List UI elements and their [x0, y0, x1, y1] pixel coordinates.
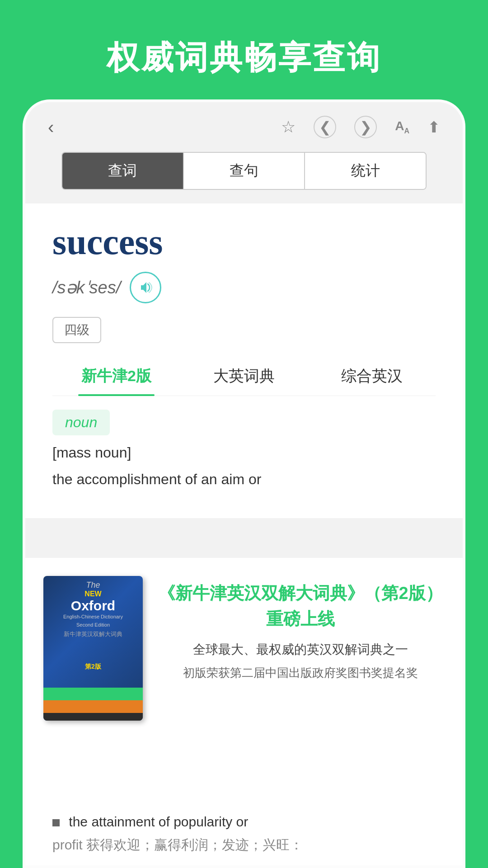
book-chinese-title: 新牛津英汉双解大词典: [43, 630, 143, 638]
book-edition: Second Edition: [47, 622, 139, 627]
font-size-icon[interactable]: AA: [395, 119, 409, 135]
promo-text: 《新牛津英汉双解大词典》（第2版）重磅上线 全球最大、最权威的英汉双解词典之一 …: [156, 576, 445, 681]
bottom-def-chinese: profit 获得欢迎；赢得利润；发迹；兴旺：: [52, 833, 436, 856]
book-version: 第2版: [43, 663, 143, 671]
tab-lookup-sentence[interactable]: 查句: [184, 153, 305, 189]
book-cover: The NEW Oxford English-Chinese Dictionar…: [43, 576, 143, 721]
mass-noun: [mass noun]: [52, 444, 436, 461]
source-tabs: 新牛津2版 大英词典 综合英汉: [52, 357, 436, 396]
top-icons: ☆ ❮ ❯ AA ⬆: [281, 116, 440, 138]
word-title: success: [52, 222, 436, 263]
book-green-band: [43, 688, 143, 700]
source-tab-britannica[interactable]: 大英词典: [180, 357, 308, 396]
bottom-definition: the attainment of popularity or profit 获…: [25, 801, 463, 865]
promo-desc1: 全球最大、最权威的英汉双解词典之一: [156, 641, 445, 658]
share-icon[interactable]: ⬆: [427, 118, 440, 136]
book-new: NEW: [47, 590, 139, 598]
dict-content: success /səkˈses/ 四级 新牛津2版 大英词典 综合英汉: [25, 203, 463, 518]
bookmark-icon[interactable]: ☆: [281, 118, 296, 137]
phonetic-text: /səkˈses/: [52, 278, 121, 297]
book-orange-band: [43, 700, 143, 713]
phonetic-row: /səkˈses/: [52, 272, 436, 303]
tab-lookup-word[interactable]: 查词: [62, 153, 184, 189]
source-tab-comprehensive[interactable]: 综合英汉: [308, 357, 436, 396]
book-the: The: [47, 580, 139, 590]
phone-mockup: ‹ ☆ ❮ ❯ AA ⬆ 查词 查句 统计 success /səkˈses/: [23, 99, 465, 868]
tab-statistics[interactable]: 统计: [305, 153, 426, 189]
side-deco-right: [456, 407, 465, 462]
audio-button[interactable]: [130, 272, 161, 303]
book-subtitle: English-Chinese Dictionary: [47, 613, 139, 620]
definition-text: the accomplishment of an aim or: [52, 468, 436, 491]
nav-next-icon[interactable]: ❯: [354, 116, 377, 138]
header-title: 权威词典畅享查询: [18, 36, 470, 80]
promo-desc2: 初版荣获第二届中国出版政府奖图书奖提名奖: [156, 665, 445, 681]
book-bottom-band: [43, 713, 143, 721]
level-badge: 四级: [52, 317, 101, 343]
back-button[interactable]: ‹: [48, 117, 54, 137]
book-oxford: Oxford: [47, 598, 139, 613]
tab-bar: 查词 查句 统计: [61, 152, 427, 190]
top-bar: ‹ ☆ ❮ ❯ AA ⬆: [25, 102, 463, 147]
bottom-def-text: the attainment of popularity or: [52, 810, 436, 833]
header: 权威词典畅享查询: [0, 0, 488, 98]
nav-prev-icon[interactable]: ❮: [314, 116, 336, 138]
phone-inner: ‹ ☆ ❮ ❯ AA ⬆ 查词 查句 统计 success /səkˈses/: [25, 102, 463, 865]
bullet-icon: [52, 819, 60, 826]
side-deco-left: [23, 407, 32, 462]
promo-title: 《新牛津英汉双解大词典》（第2版）重磅上线: [156, 580, 445, 632]
pos-badge: noun: [52, 410, 110, 435]
source-tab-oxford[interactable]: 新牛津2版: [52, 357, 180, 396]
bottom-def-en: the attainment of popularity or: [69, 814, 248, 829]
